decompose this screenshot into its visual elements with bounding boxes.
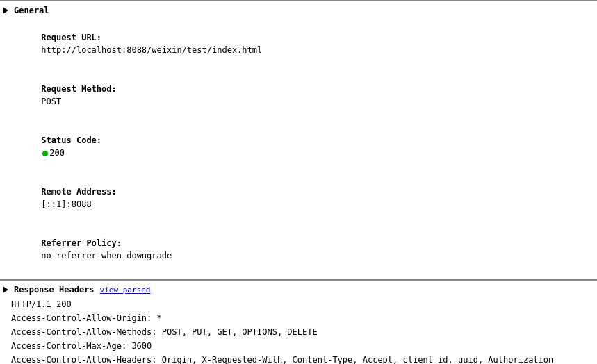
general-field-3-value: [::1]:8088 — [41, 199, 91, 209]
general-field-2-label: Status Code: — [41, 135, 101, 145]
response-header-line-4: Access-Control-Allow-Headers: Origin, X-… — [11, 353, 586, 364]
response-headers-label: Response Headers — [14, 285, 95, 295]
general-field-3-label: Remote Address: — [41, 187, 116, 197]
general-field-1-value: POST — [41, 97, 61, 106]
response-headers-section: Response Headers view parsed HTTP/1.1 20… — [0, 279, 597, 364]
general-field-0-value: http://localhost:8088/weixin/test/index.… — [41, 45, 262, 55]
response-header-line-2: Access-Control-Allow-Methods: POST, PUT,… — [11, 325, 586, 339]
general-field-2: Status Code: 200 — [11, 121, 586, 172]
general-label: General — [14, 6, 49, 15]
general-section: General Request URL: http://localhost:80… — [0, 0, 597, 279]
general-field-4: Referrer Policy: no-referrer-when-downgr… — [11, 224, 586, 275]
response-headers-triangle-icon — [3, 286, 8, 293]
general-field-4-label: Referrer Policy: — [41, 238, 122, 248]
general-field-3: Remote Address: [::1]:8088 — [11, 172, 586, 224]
response-headers-header: Response Headers view parsed — [0, 283, 597, 296]
general-field-4-value: no-referrer-when-downgrade — [41, 251, 172, 260]
general-field-1-label: Request Method: — [41, 84, 116, 94]
general-field-2-value: 200 — [49, 148, 65, 158]
response-header-line-3: Access-Control-Max-Age: 3600 — [11, 339, 586, 353]
response-headers-view-parsed[interactable]: view parsed — [100, 286, 151, 295]
response-headers-content: HTTP/1.1 200Access-Control-Allow-Origin:… — [0, 296, 597, 364]
status-dot-icon — [42, 151, 48, 156]
general-header: General — [0, 4, 597, 17]
general-field-0-label: Request URL: — [41, 33, 101, 42]
general-triangle-icon — [3, 7, 8, 14]
general-field-1: Request Method: POST — [11, 69, 586, 121]
general-field-0: Request URL: http://localhost:8088/weixi… — [11, 18, 586, 69]
response-header-line-1: Access-Control-Allow-Origin: * — [11, 311, 586, 325]
response-header-line-0: HTTP/1.1 200 — [11, 297, 586, 311]
general-content: Request URL: http://localhost:8088/weixi… — [0, 17, 597, 276]
